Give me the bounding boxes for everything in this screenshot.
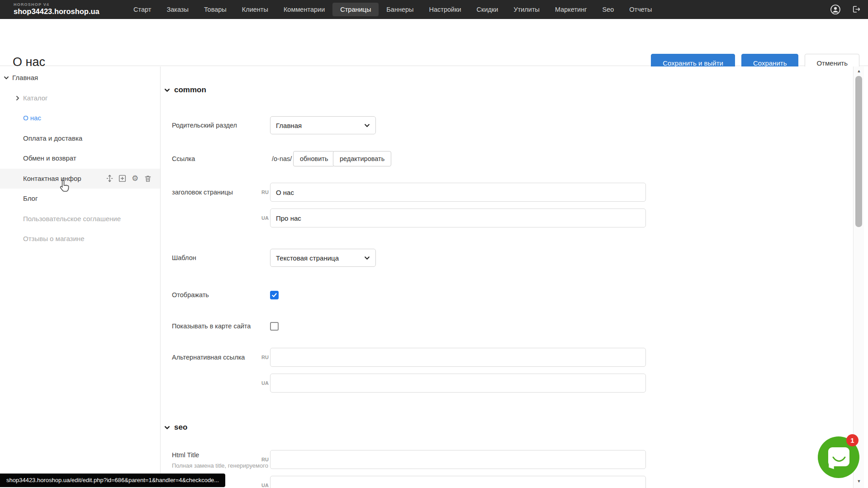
section-header-common[interactable]: common bbox=[164, 84, 206, 96]
chevron-down-icon bbox=[364, 123, 370, 128]
sitemap-label: Показывать в карте сайта bbox=[172, 317, 251, 335]
page-edit-form: common Родительский раздел Главная Ссылк… bbox=[161, 66, 853, 488]
html-title-ua-input[interactable] bbox=[270, 476, 646, 488]
tree-item-actions: ⚙ bbox=[105, 169, 152, 189]
chat-bubble-tail bbox=[829, 462, 834, 469]
chat-widget-button[interactable]: 1 bbox=[818, 436, 859, 478]
display-checkbox-checked[interactable] bbox=[270, 291, 279, 299]
link-refresh-button[interactable]: обновить bbox=[293, 151, 335, 166]
nav-item-pages-active[interactable]: Страницы bbox=[332, 3, 379, 16]
status-url-tooltip: shop34423.horoshop.ua/edit/edit.php?id=6… bbox=[0, 474, 225, 487]
html-title-label: Html Title bbox=[172, 450, 199, 460]
link-edit-button[interactable]: редактировать bbox=[333, 151, 391, 166]
section-title: common bbox=[174, 85, 206, 95]
nav-item-banners[interactable]: Баннеры bbox=[379, 3, 421, 16]
chevron-down-icon bbox=[164, 425, 170, 431]
html-title-ru-input[interactable] bbox=[270, 450, 646, 469]
logo-domain: shop34423.horoshop.ua bbox=[14, 7, 100, 16]
parent-section-select[interactable]: Главная bbox=[270, 116, 376, 134]
link-label: Ссылка bbox=[172, 150, 195, 168]
scrollbar-thumb[interactable] bbox=[855, 76, 862, 227]
chevron-down-icon[interactable] bbox=[4, 75, 9, 81]
nav-item-discounts[interactable]: Скидки bbox=[469, 3, 506, 16]
move-icon[interactable] bbox=[105, 174, 114, 183]
lang-badge-ru: RU bbox=[252, 355, 269, 360]
sidebar-item-user-agreement[interactable]: Пользовательское соглашение bbox=[0, 209, 160, 229]
page: HOROSHOP V4 shop34423.horoshop.ua Старт … bbox=[0, 0, 868, 488]
logout-icon[interactable] bbox=[851, 4, 862, 15]
nav-item-marketing[interactable]: Маркетинг bbox=[547, 3, 595, 16]
nav-item-orders[interactable]: Заказы bbox=[159, 3, 196, 16]
page-title-ua-input[interactable] bbox=[270, 208, 646, 227]
pages-tree-sidebar: Главная Каталог О нас Оплата и доставка … bbox=[0, 66, 161, 488]
scroll-up-arrow[interactable]: ▲ bbox=[854, 69, 864, 73]
logo[interactable]: HOROSHOP V4 shop34423.horoshop.ua bbox=[14, 2, 100, 16]
nav-item-settings[interactable]: Настройки bbox=[421, 3, 469, 16]
logo-version: HOROSHOP V4 bbox=[14, 2, 100, 7]
sidebar-item-label: Блог bbox=[23, 194, 38, 202]
chevron-down-icon bbox=[364, 255, 370, 261]
topbar-icons bbox=[830, 0, 862, 19]
sidebar-item-payment-delivery[interactable]: Оплата и доставка bbox=[0, 128, 160, 149]
alt-link-ru-input[interactable] bbox=[270, 348, 646, 367]
hand-cursor bbox=[58, 180, 71, 194]
section-header-seo[interactable]: seo bbox=[164, 422, 187, 433]
main-nav: Старт Заказы Товары Клиенты Комментарии … bbox=[126, 0, 659, 19]
sitemap-checkbox-unchecked[interactable] bbox=[270, 322, 279, 331]
page-header: О нас Сохранить и выйти Сохранить Отмени… bbox=[0, 19, 868, 66]
nav-item-seo[interactable]: Seo bbox=[595, 3, 622, 16]
template-value: Текстовая страница bbox=[276, 254, 339, 262]
sidebar-item-label: Контактная инфор bbox=[23, 175, 81, 182]
sidebar-item-label: Отзывы о магазине bbox=[23, 235, 84, 242]
trash-icon[interactable] bbox=[143, 174, 152, 183]
lang-badge-ua: UA bbox=[252, 380, 269, 386]
lang-badge-ua: UA bbox=[252, 215, 269, 221]
sidebar-item-contact-info-hovered[interactable]: Контактная инфор ⚙ bbox=[0, 169, 160, 189]
parent-section-label: Родительский раздел bbox=[172, 116, 237, 134]
section-title: seo bbox=[174, 423, 187, 432]
lang-badge-ru: RU bbox=[252, 190, 269, 195]
sidebar-item-label: Пользовательское соглашение bbox=[23, 215, 121, 223]
page-title-field-label: заголовок страницы bbox=[172, 183, 233, 201]
template-label: Шаблон bbox=[172, 249, 196, 267]
nav-item-clients[interactable]: Клиенты bbox=[234, 3, 276, 16]
scroll-down-arrow[interactable]: ▼ bbox=[854, 479, 864, 483]
alt-link-label: Альтернативная ссылка bbox=[172, 348, 245, 366]
nav-item-products[interactable]: Товары bbox=[196, 3, 234, 16]
sidebar-item-catalog[interactable]: Каталог bbox=[0, 88, 160, 109]
html-title-description: Полная замена title, генерируемого bbox=[172, 461, 268, 470]
sidebar-item-label: Обмен и возврат bbox=[23, 154, 76, 162]
template-select[interactable]: Текстовая страница bbox=[270, 249, 376, 267]
page-title-ru-input[interactable] bbox=[270, 183, 646, 202]
sidebar-item-label: Каталог bbox=[23, 94, 48, 102]
parent-section-value: Главная bbox=[276, 122, 302, 129]
link-value: /o-nas/ bbox=[272, 150, 292, 168]
chevron-down-icon bbox=[164, 87, 170, 93]
chat-unread-badge: 1 bbox=[846, 434, 859, 446]
add-icon[interactable] bbox=[118, 174, 127, 183]
sidebar-item-exchange-return[interactable]: Обмен и возврат bbox=[0, 148, 160, 169]
sidebar-item-label: Оплата и доставка bbox=[23, 134, 82, 142]
sidebar-item-home[interactable]: Главная bbox=[0, 68, 160, 88]
sidebar-item-label: Главная bbox=[12, 74, 38, 81]
lang-badge-ru: RU bbox=[252, 457, 269, 462]
display-label: Отображать bbox=[172, 286, 209, 304]
content-scrollbar[interactable]: ▲ ▼ bbox=[853, 66, 864, 488]
topbar: HOROSHOP V4 shop34423.horoshop.ua Старт … bbox=[0, 0, 868, 19]
sidebar-item-store-reviews[interactable]: Отзывы о магазине bbox=[0, 229, 160, 249]
nav-item-comments[interactable]: Комментарии bbox=[276, 3, 332, 16]
lang-badge-ua: UA bbox=[252, 483, 269, 488]
gear-icon[interactable]: ⚙ bbox=[131, 174, 139, 183]
sidebar-item-blog[interactable]: Блог bbox=[0, 189, 160, 209]
sidebar-item-label: О нас bbox=[23, 114, 41, 122]
account-icon[interactable] bbox=[830, 4, 841, 15]
alt-link-ua-input[interactable] bbox=[270, 374, 646, 393]
chevron-right-icon[interactable] bbox=[15, 95, 20, 101]
sidebar-item-about-selected[interactable]: О нас bbox=[0, 108, 160, 128]
nav-item-start[interactable]: Старт bbox=[126, 3, 159, 16]
nav-item-reports[interactable]: Отчеты bbox=[621, 3, 659, 16]
nav-item-utilities[interactable]: Утилиты bbox=[506, 3, 547, 16]
